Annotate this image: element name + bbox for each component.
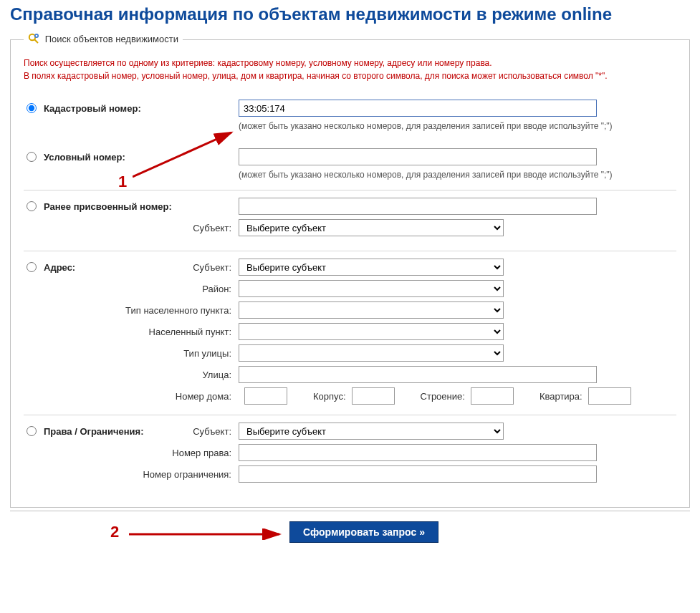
select-addr-subject[interactable]: Выберите субъект <box>239 259 504 276</box>
radio-previous[interactable] <box>27 201 37 211</box>
label-rights-subject: Субъект: <box>193 426 231 437</box>
input-previous-number[interactable] <box>239 198 597 215</box>
label-limit-number: Номер ограничения: <box>143 469 231 480</box>
submit-button[interactable]: Сформировать запрос » <box>289 521 438 543</box>
radio-address[interactable] <box>27 262 37 272</box>
label-address: Адрес: <box>44 262 75 273</box>
label-rights: Права / Ограничения: <box>44 426 143 437</box>
label-addr-street-type: Тип улицы: <box>183 348 231 359</box>
search-fieldset: Поиск объектов недвижимости Поиск осущес… <box>10 33 690 508</box>
label-addr-flat: Квартира: <box>540 391 582 402</box>
search-icon <box>28 33 39 47</box>
label-cadastral: Кадастровый номер: <box>44 103 141 114</box>
select-prev-subject[interactable]: Выберите субъект <box>239 219 504 236</box>
input-addr-building[interactable] <box>471 387 514 405</box>
label-addr-settlement: Населенный пункт: <box>149 327 231 337</box>
section-previous: Ранее присвоенный номер: Субъект: Выбери… <box>24 190 676 251</box>
search-legend: Поиск объектов недвижимости <box>24 33 183 47</box>
label-previous: Ранее присвоенный номер: <box>44 201 172 212</box>
svg-point-3 <box>36 35 38 37</box>
section-rights: Права / Ограничения: Субъект: Выберите с… <box>24 415 676 497</box>
search-hint-block: Поиск осуществляется по одному из критер… <box>24 57 676 82</box>
page-title: Справочная информация по объектам недвиж… <box>10 4 693 24</box>
label-addr-korpus: Корпус: <box>313 391 346 402</box>
label-addr-street: Улица: <box>202 370 231 380</box>
label-addr-building: Строение: <box>421 391 465 402</box>
hint-conditional: (может быть указано несколько номеров, д… <box>239 170 676 180</box>
label-addr-subject: Субъект: <box>193 262 231 273</box>
legend-text: Поиск объектов недвижимости <box>45 34 178 44</box>
section-address: Адрес: Субъект: Выберите субъект Район: … <box>24 251 676 415</box>
annotation-arrow-2 <box>129 528 287 540</box>
input-addr-flat[interactable] <box>588 387 631 405</box>
select-rights-subject[interactable]: Выберите субъект <box>239 423 504 440</box>
section-cadastral: Кадастровый номер: (может быть указано н… <box>24 92 676 141</box>
hint-cadastral: (может быть указано несколько номеров, д… <box>239 121 676 131</box>
warn-line-2: В полях кадастровый номер, условный номе… <box>24 69 676 82</box>
warn-line-1: Поиск осуществляется по одному из критер… <box>24 57 676 69</box>
input-limit-number[interactable] <box>239 465 597 483</box>
input-addr-korpus[interactable] <box>352 387 395 405</box>
label-addr-house: Номер дома: <box>176 391 231 402</box>
radio-cadastral[interactable] <box>27 103 37 113</box>
select-addr-settlement-type[interactable] <box>239 301 504 319</box>
label-conditional: Условный номер: <box>44 152 125 163</box>
label-prev-subject: Субъект: <box>193 223 231 233</box>
label-right-number: Номер права: <box>172 448 231 458</box>
input-conditional-number[interactable] <box>239 148 597 165</box>
select-addr-street-type[interactable] <box>239 344 504 362</box>
input-addr-street[interactable] <box>239 366 597 383</box>
input-addr-house[interactable] <box>244 387 287 405</box>
select-addr-district[interactable] <box>239 280 504 297</box>
submit-bar: 2 Сформировать запрос » <box>10 511 690 556</box>
radio-rights[interactable] <box>27 426 37 436</box>
label-addr-settlement-type: Тип населенного пункта: <box>125 305 231 316</box>
section-conditional: Условный номер: (может быть указано неск… <box>24 141 676 190</box>
select-addr-settlement[interactable] <box>239 323 504 340</box>
annotation-number-2: 2 <box>110 523 119 541</box>
input-right-number[interactable] <box>239 444 597 461</box>
svg-line-1 <box>34 39 38 43</box>
label-addr-district: Район: <box>202 284 231 294</box>
radio-conditional[interactable] <box>27 152 37 162</box>
svg-point-0 <box>29 34 35 40</box>
input-cadastral-number[interactable] <box>239 100 597 117</box>
